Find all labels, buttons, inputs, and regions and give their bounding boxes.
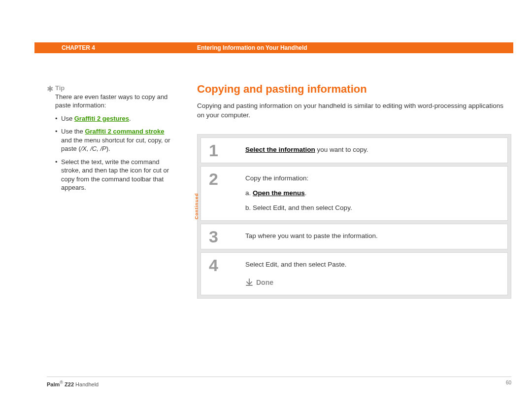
tip-star-icon: ✱ xyxy=(47,84,53,95)
substep-b: b. Select Edit, and then select Copy. xyxy=(245,203,499,213)
graffiti-command-stroke-link[interactable]: Graffiti 2 command stroke xyxy=(85,128,164,135)
step-lead: Copy the information: xyxy=(245,173,499,183)
done-label: Done xyxy=(256,277,273,288)
step-content: Select the information you want to copy. xyxy=(240,138,507,163)
shortcut-keys: /X, /C, /P xyxy=(81,145,106,152)
done-indicator: Done xyxy=(245,277,499,288)
steps-box: 1 Select the information you want to cop… xyxy=(197,134,511,299)
select-information-link[interactable]: Select the information xyxy=(245,146,315,153)
step-1: 1 Select the information you want to cop… xyxy=(200,137,508,163)
section-intro: Copying and pasting information on your … xyxy=(197,102,511,120)
tip-bullet-2: Use the Graffiti 2 command stroke and th… xyxy=(55,127,176,153)
step-content: Tap where you want to paste the informat… xyxy=(240,224,507,249)
step-number: 4 xyxy=(201,253,240,295)
section-title: Copying and pasting information xyxy=(197,83,511,96)
main-content: Copying and pasting information Copying … xyxy=(197,83,511,299)
step-text: Select Edit, and then select Paste. xyxy=(245,260,499,270)
done-arrow-icon xyxy=(245,278,253,286)
graffiti-gestures-link[interactable]: Graffiti 2 gestures xyxy=(74,115,129,122)
chapter-header: CHAPTER 4 Entering Information on Your H… xyxy=(34,42,513,53)
product-name: Palm® Z22 Handheld xyxy=(47,380,99,387)
step-content: Select Edit, and then select Paste. Done xyxy=(240,253,507,295)
step-4: 4 Select Edit, and then select Paste. Do… xyxy=(200,252,508,295)
continued-marker: Continued xyxy=(195,193,199,219)
tip-sidebar: ✱ Tip There are even faster ways to copy… xyxy=(55,84,176,197)
page-number: 60 xyxy=(506,380,511,387)
step-3: 3 Tap where you want to paste the inform… xyxy=(200,224,508,249)
step-number: 2 Continued xyxy=(201,167,240,220)
substep-a: a. Open the menus. xyxy=(245,188,499,198)
tip-bullet-3: Select the text, write the command strok… xyxy=(55,158,176,192)
tip-label: Tip xyxy=(55,84,65,92)
open-menus-link[interactable]: Open the menus xyxy=(253,189,305,197)
step-number: 3 xyxy=(201,224,240,249)
step-content: Copy the information: a. Open the menus.… xyxy=(240,167,507,220)
step-number: 1 xyxy=(201,138,240,163)
chapter-label: CHAPTER 4 xyxy=(34,44,197,51)
page-footer: Palm® Z22 Handheld 60 xyxy=(47,377,511,387)
tip-intro: There are even faster ways to copy and p… xyxy=(55,93,167,109)
chapter-title: Entering Information on Your Handheld xyxy=(197,44,307,51)
tip-bullet-1: Use Graffiti 2 gestures. xyxy=(55,114,176,123)
step-2: 2 Continued Copy the information: a. Ope… xyxy=(200,166,508,221)
